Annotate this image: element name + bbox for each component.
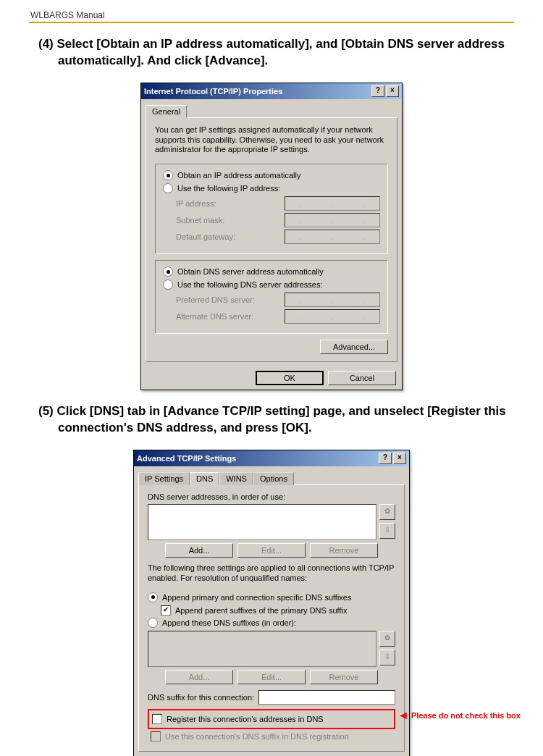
remove-button: Remove	[310, 670, 378, 684]
dns-servers-list[interactable]	[148, 504, 376, 540]
check-append-parent[interactable]: ✔Append parent suffixes of the primary D…	[161, 605, 395, 616]
label-subnet: Subnet mask:	[176, 216, 285, 224]
edit-button: Edit...	[237, 543, 306, 558]
titlebar: Advanced TCP/IP Settings ? ×	[134, 450, 409, 466]
label-pref-dns: Preferred DNS server:	[176, 295, 285, 304]
help-button[interactable]: ?	[371, 85, 384, 97]
ok-button[interactable]: OK	[256, 371, 324, 385]
radio-dot-icon	[163, 170, 173, 180]
subnet-input: ...	[285, 213, 380, 227]
tab-wins[interactable]: WINS	[219, 472, 253, 485]
tab-options[interactable]: Options	[253, 472, 294, 485]
arrow-left-icon: ◄	[397, 709, 409, 722]
tab-row: IP Settings DNS WINS Options	[134, 466, 409, 484]
suffix-list	[148, 631, 376, 667]
dns-servers-label: DNS server addresses, in order of use:	[148, 492, 395, 501]
advanced-tcpip-dialog: Advanced TCP/IP Settings ? × IP Settings…	[133, 450, 410, 756]
alt-dns-input: ...	[285, 309, 380, 324]
radio-append-these[interactable]: Append these DNS suffixes (in order):	[148, 618, 395, 628]
label-ip-address: IP address:	[176, 199, 285, 208]
move-up-button: ✿	[379, 631, 395, 647]
advanced-button[interactable]: Advanced...	[320, 340, 388, 354]
add-button[interactable]: Add...	[165, 543, 233, 558]
tab-row: General	[141, 99, 402, 117]
step-5-text: (5) Click [DNS] tab in [Advance TCP/IP s…	[29, 403, 514, 437]
check-register-dns[interactable]: Register this connection's addresses in …	[152, 714, 391, 724]
move-down-button[interactable]: ⇩	[379, 523, 395, 539]
radio-obtain-dns[interactable]: Obtain DNS server address automatically	[163, 266, 380, 277]
radio-dot-icon	[163, 280, 173, 290]
radio-dot-icon	[148, 592, 158, 602]
ip-group: Obtain an IP address automatically Use t…	[155, 164, 388, 254]
add-button: Add...	[165, 670, 233, 684]
label-gateway: Default gateway:	[176, 232, 285, 241]
dialog-title: Advanced TCP/IP Settings	[137, 454, 236, 463]
tcpip-properties-dialog: Internet Protocol (TCP/IP) Properties ? …	[140, 83, 403, 390]
radio-obtain-ip[interactable]: Obtain an IP address automatically	[163, 170, 380, 180]
radio-append-primary[interactable]: Append primary and connection specific D…	[148, 592, 395, 602]
intro-text: The following three settings are applied…	[148, 563, 395, 584]
intro-text: You can get IP settings assigned automat…	[155, 125, 388, 155]
remove-button: Remove	[310, 543, 378, 558]
dialog-title: Internet Protocol (TCP/IP) Properties	[144, 87, 282, 96]
step-4-text: (4) Select [Obtain an IP address automat…	[29, 36, 514, 70]
radio-dot-icon	[148, 618, 158, 628]
header-rule	[29, 22, 514, 23]
move-up-button[interactable]: ✿	[379, 504, 395, 520]
gateway-input: ...	[285, 230, 380, 244]
radio-dot-icon	[163, 266, 173, 277]
doc-header: WLBARGS Manual	[29, 7, 514, 22]
label-alt-dns: Alternate DNS server:	[176, 312, 285, 321]
ip-address-input: ...	[285, 196, 380, 211]
cancel-button[interactable]: Cancel	[328, 371, 396, 385]
dns-group: Obtain DNS server address automatically …	[155, 260, 388, 334]
check-use-suffix: Use this connection's DNS suffix in DNS …	[151, 731, 395, 742]
pref-dns-input: ...	[285, 293, 380, 307]
checkbox-icon	[152, 714, 162, 724]
move-down-button: ⇩	[379, 650, 395, 665]
edit-button: Edit...	[237, 670, 306, 684]
radio-dot-icon	[163, 183, 173, 193]
checkbox-icon	[151, 731, 161, 742]
suffix-input[interactable]	[258, 690, 395, 705]
radio-use-dns[interactable]: Use the following DNS server addresses:	[163, 280, 380, 290]
close-button[interactable]: ×	[393, 453, 406, 464]
close-button[interactable]: ×	[386, 85, 399, 97]
help-button[interactable]: ?	[379, 453, 392, 464]
tab-ip-settings[interactable]: IP Settings	[138, 472, 190, 485]
tab-general[interactable]: General	[146, 105, 187, 118]
radio-use-ip[interactable]: Use the following IP address:	[163, 183, 380, 193]
checkbox-icon: ✔	[161, 605, 171, 616]
titlebar: Internet Protocol (TCP/IP) Properties ? …	[141, 83, 402, 99]
tab-dns[interactable]: DNS	[190, 472, 219, 485]
suffix-label: DNS suffix for this connection:	[148, 693, 254, 702]
annotation-text: Please do not check this box	[411, 711, 521, 720]
highlight-box: Register this connection's addresses in …	[148, 709, 395, 729]
